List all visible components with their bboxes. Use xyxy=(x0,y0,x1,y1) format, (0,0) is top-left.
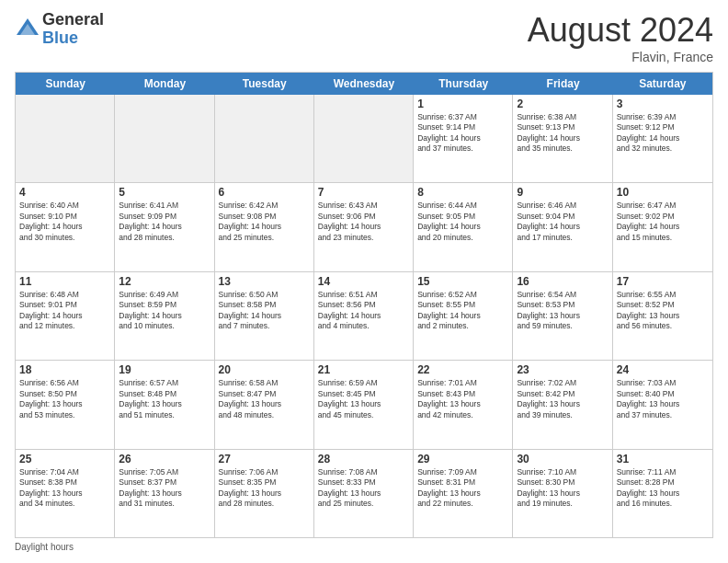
calendar-cell: 27Sunrise: 7:06 AM Sunset: 8:35 PM Dayli… xyxy=(215,450,314,537)
day-info: Sunrise: 7:04 AM Sunset: 8:38 PM Dayligh… xyxy=(19,467,110,510)
calendar-body: 1Sunrise: 6:37 AM Sunset: 9:14 PM Daylig… xyxy=(16,95,712,537)
calendar-cell: 20Sunrise: 6:58 AM Sunset: 8:47 PM Dayli… xyxy=(215,361,314,448)
logo: General Blue xyxy=(15,11,104,48)
day-number: 11 xyxy=(19,275,110,288)
day-number: 20 xyxy=(219,363,310,376)
header: General Blue August 2024 Flavin, France xyxy=(15,11,713,64)
calendar-cell: 19Sunrise: 6:57 AM Sunset: 8:48 PM Dayli… xyxy=(115,361,214,448)
day-info: Sunrise: 6:55 AM Sunset: 8:52 PM Dayligh… xyxy=(617,290,709,332)
footer-note: Daylight hours xyxy=(15,542,713,552)
day-number: 19 xyxy=(119,363,210,376)
calendar-row: 18Sunrise: 6:56 AM Sunset: 8:50 PM Dayli… xyxy=(16,361,712,449)
day-number: 10 xyxy=(617,186,709,199)
calendar-cell: 7Sunrise: 6:43 AM Sunset: 9:06 PM Daylig… xyxy=(314,183,414,270)
day-info: Sunrise: 6:39 AM Sunset: 9:12 PM Dayligh… xyxy=(617,112,709,155)
day-number: 18 xyxy=(19,363,110,376)
calendar-cell: 14Sunrise: 6:51 AM Sunset: 8:56 PM Dayli… xyxy=(314,272,414,360)
day-number: 14 xyxy=(318,275,409,288)
daylight-label: Daylight hours xyxy=(15,542,74,552)
day-number: 9 xyxy=(517,186,608,199)
day-number: 7 xyxy=(318,186,409,199)
calendar-day-header: Friday xyxy=(513,73,612,95)
calendar-cell: 31Sunrise: 7:11 AM Sunset: 8:28 PM Dayli… xyxy=(613,450,712,537)
day-number: 13 xyxy=(219,275,310,288)
calendar-day-header: Saturday xyxy=(613,73,712,95)
calendar-day-header: Sunday xyxy=(16,73,115,95)
day-number: 23 xyxy=(517,363,608,376)
calendar-cell: 22Sunrise: 7:01 AM Sunset: 8:43 PM Dayli… xyxy=(414,361,513,448)
day-number: 4 xyxy=(19,186,110,199)
logo-general-text: General xyxy=(42,11,104,29)
day-info: Sunrise: 6:59 AM Sunset: 8:45 PM Dayligh… xyxy=(318,378,409,420)
month-title: August 2024 xyxy=(528,11,713,50)
day-info: Sunrise: 6:51 AM Sunset: 8:56 PM Dayligh… xyxy=(318,290,409,332)
day-number: 6 xyxy=(219,186,310,199)
day-info: Sunrise: 6:54 AM Sunset: 8:53 PM Dayligh… xyxy=(517,290,608,332)
day-number: 31 xyxy=(617,453,709,465)
calendar-cell xyxy=(215,95,314,182)
day-info: Sunrise: 6:48 AM Sunset: 9:01 PM Dayligh… xyxy=(19,290,110,332)
day-info: Sunrise: 7:02 AM Sunset: 8:42 PM Dayligh… xyxy=(517,378,608,420)
day-number: 1 xyxy=(417,98,508,110)
day-number: 29 xyxy=(417,453,508,465)
calendar-header: SundayMondayTuesdayWednesdayThursdayFrid… xyxy=(16,73,712,95)
calendar: SundayMondayTuesdayWednesdayThursdayFrid… xyxy=(15,72,713,538)
day-info: Sunrise: 6:52 AM Sunset: 8:55 PM Dayligh… xyxy=(417,290,508,332)
calendar-cell: 6Sunrise: 6:42 AM Sunset: 9:08 PM Daylig… xyxy=(215,183,314,270)
calendar-day-header: Thursday xyxy=(414,73,513,95)
day-info: Sunrise: 6:57 AM Sunset: 8:48 PM Dayligh… xyxy=(119,378,210,420)
calendar-cell: 15Sunrise: 6:52 AM Sunset: 8:55 PM Dayli… xyxy=(414,272,513,360)
day-number: 22 xyxy=(417,363,508,376)
day-number: 21 xyxy=(318,363,409,376)
calendar-cell: 3Sunrise: 6:39 AM Sunset: 9:12 PM Daylig… xyxy=(613,95,712,182)
day-info: Sunrise: 6:49 AM Sunset: 8:59 PM Dayligh… xyxy=(119,290,210,332)
calendar-row: 4Sunrise: 6:40 AM Sunset: 9:10 PM Daylig… xyxy=(16,183,712,271)
calendar-cell: 28Sunrise: 7:08 AM Sunset: 8:33 PM Dayli… xyxy=(314,450,414,537)
day-number: 5 xyxy=(119,186,210,199)
location-subtitle: Flavin, France xyxy=(528,50,713,64)
logo-icon xyxy=(15,17,40,42)
day-info: Sunrise: 6:46 AM Sunset: 9:04 PM Dayligh… xyxy=(517,201,608,243)
day-info: Sunrise: 6:50 AM Sunset: 8:58 PM Dayligh… xyxy=(219,290,310,332)
page: General Blue August 2024 Flavin, France … xyxy=(0,0,728,563)
day-number: 8 xyxy=(417,186,508,199)
calendar-row: 25Sunrise: 7:04 AM Sunset: 8:38 PM Dayli… xyxy=(16,450,712,537)
calendar-row: 11Sunrise: 6:48 AM Sunset: 9:01 PM Dayli… xyxy=(16,272,712,361)
day-info: Sunrise: 6:47 AM Sunset: 9:02 PM Dayligh… xyxy=(617,201,709,243)
day-info: Sunrise: 6:43 AM Sunset: 9:06 PM Dayligh… xyxy=(318,201,409,243)
calendar-cell: 26Sunrise: 7:05 AM Sunset: 8:37 PM Dayli… xyxy=(115,450,214,537)
calendar-day-header: Tuesday xyxy=(215,73,314,95)
calendar-cell: 24Sunrise: 7:03 AM Sunset: 8:40 PM Dayli… xyxy=(613,361,712,448)
day-number: 25 xyxy=(19,453,110,465)
day-info: Sunrise: 6:56 AM Sunset: 8:50 PM Dayligh… xyxy=(19,378,110,420)
calendar-cell: 9Sunrise: 6:46 AM Sunset: 9:04 PM Daylig… xyxy=(513,183,612,270)
calendar-day-header: Wednesday xyxy=(314,73,414,95)
calendar-day-header: Monday xyxy=(115,73,214,95)
calendar-cell: 21Sunrise: 6:59 AM Sunset: 8:45 PM Dayli… xyxy=(314,361,414,448)
calendar-cell xyxy=(16,95,115,182)
calendar-cell xyxy=(115,95,214,182)
day-number: 17 xyxy=(617,275,709,288)
day-info: Sunrise: 7:09 AM Sunset: 8:31 PM Dayligh… xyxy=(417,467,508,510)
day-number: 27 xyxy=(219,453,310,465)
day-info: Sunrise: 7:11 AM Sunset: 8:28 PM Dayligh… xyxy=(617,467,709,510)
calendar-cell: 8Sunrise: 6:44 AM Sunset: 9:05 PM Daylig… xyxy=(414,183,513,270)
calendar-cell: 17Sunrise: 6:55 AM Sunset: 8:52 PM Dayli… xyxy=(613,272,712,360)
day-info: Sunrise: 7:10 AM Sunset: 8:30 PM Dayligh… xyxy=(517,467,608,510)
day-info: Sunrise: 6:38 AM Sunset: 9:13 PM Dayligh… xyxy=(517,112,608,155)
calendar-cell: 13Sunrise: 6:50 AM Sunset: 8:58 PM Dayli… xyxy=(215,272,314,360)
calendar-cell: 2Sunrise: 6:38 AM Sunset: 9:13 PM Daylig… xyxy=(513,95,612,182)
day-info: Sunrise: 7:08 AM Sunset: 8:33 PM Dayligh… xyxy=(318,467,409,510)
day-info: Sunrise: 6:41 AM Sunset: 9:09 PM Dayligh… xyxy=(119,201,210,243)
day-info: Sunrise: 6:42 AM Sunset: 9:08 PM Dayligh… xyxy=(219,201,310,243)
day-number: 26 xyxy=(119,453,210,465)
day-info: Sunrise: 6:44 AM Sunset: 9:05 PM Dayligh… xyxy=(417,201,508,243)
calendar-cell: 16Sunrise: 6:54 AM Sunset: 8:53 PM Dayli… xyxy=(513,272,612,360)
calendar-cell xyxy=(314,95,414,182)
calendar-cell: 29Sunrise: 7:09 AM Sunset: 8:31 PM Dayli… xyxy=(414,450,513,537)
logo-text: General Blue xyxy=(42,11,104,48)
day-number: 2 xyxy=(517,98,608,110)
day-number: 16 xyxy=(517,275,608,288)
day-number: 28 xyxy=(318,453,409,465)
day-info: Sunrise: 6:58 AM Sunset: 8:47 PM Dayligh… xyxy=(219,378,310,420)
